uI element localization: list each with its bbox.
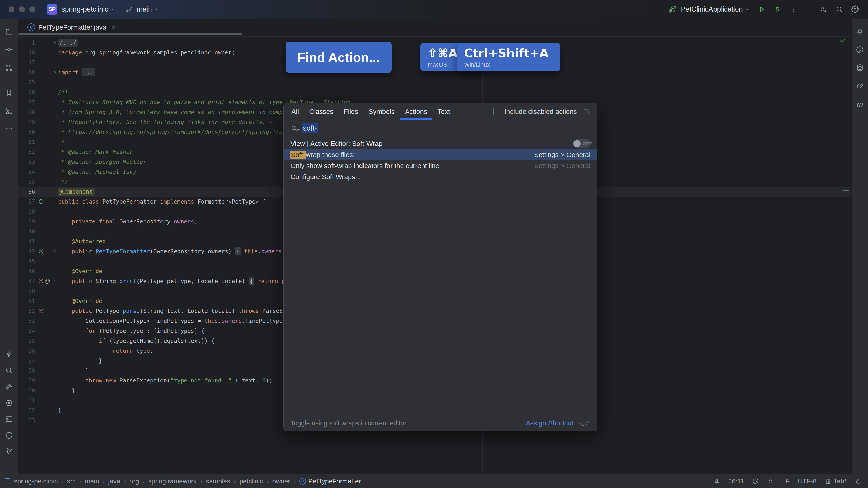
- highlight-droplet-widget[interactable]: [767, 478, 774, 485]
- code-line[interactable]: 25: [18, 77, 851, 87]
- line-number[interactable]: 56: [18, 348, 37, 354]
- line-number[interactable]: 46: [18, 268, 37, 274]
- pull-request-icon[interactable]: [0, 59, 18, 77]
- line-number[interactable]: 31: [18, 139, 37, 145]
- add-user-icon[interactable]: [819, 5, 827, 13]
- line-number[interactable]: 17: [18, 59, 37, 66]
- build-hammer-icon[interactable]: [0, 379, 18, 395]
- breadcrumb-item[interactable]: springframework: [148, 478, 196, 485]
- fold-chevron-icon[interactable]: [52, 248, 58, 254]
- branch-widget[interactable]: main: [125, 5, 159, 13]
- line-number[interactable]: 33: [18, 159, 37, 165]
- override-marker-icon[interactable]: [38, 308, 44, 314]
- problems-icon[interactable]: [0, 427, 18, 444]
- breadcrumb-item[interactable]: java: [108, 478, 120, 485]
- line-number[interactable]: 35: [18, 178, 37, 185]
- line-number[interactable]: 55: [18, 337, 37, 344]
- fold-chevron-icon[interactable]: [52, 278, 58, 284]
- line-number[interactable]: 50: [18, 288, 37, 294]
- folder-icon[interactable]: [0, 23, 18, 41]
- inspections-ok-icon[interactable]: [839, 37, 846, 44]
- code-text[interactable]: * PropertyEditors. See the following lin…: [58, 119, 272, 125]
- spring-bean-icon[interactable]: [38, 248, 44, 254]
- code-text[interactable]: }: [58, 387, 75, 394]
- breadcrumb-item[interactable]: petclinic: [239, 478, 263, 485]
- breadcrumb-item[interactable]: samples: [206, 478, 230, 485]
- services-icon[interactable]: [0, 395, 18, 411]
- database-icon[interactable]: [852, 59, 868, 77]
- code-text[interactable]: if (type.getName().equals(text)) {: [58, 337, 215, 344]
- code-text[interactable]: *: [58, 139, 65, 145]
- debug-icon[interactable]: [774, 5, 781, 13]
- run-configuration[interactable]: PetClinicApplication: [681, 5, 743, 13]
- code-text[interactable]: @Autowired: [58, 238, 106, 245]
- code-text[interactable]: * @author Juergen Hoeller: [58, 159, 147, 165]
- vcs-branch-icon[interactable]: [0, 444, 18, 460]
- line-number[interactable]: 40: [18, 228, 37, 235]
- line-number[interactable]: 58: [18, 367, 37, 374]
- more-horizontal-icon[interactable]: [0, 120, 18, 138]
- structure-icon[interactable]: [0, 102, 18, 120]
- code-text[interactable]: */: [58, 178, 68, 185]
- project-avatar[interactable]: SP: [46, 4, 57, 15]
- popup-search-row[interactable]: ▾ soft-: [284, 120, 597, 136]
- code-text[interactable]: private final OwnerRepository owners;: [58, 218, 197, 225]
- code-text[interactable]: }: [58, 367, 89, 374]
- line-number[interactable]: 36: [18, 188, 37, 195]
- tree-widget[interactable]: [713, 478, 720, 485]
- action-result-row[interactable]: Only show soft-wrap indicators for the c…: [284, 160, 597, 171]
- popup-tab-actions[interactable]: Actions: [405, 103, 427, 120]
- fold-chevron-icon[interactable]: [52, 39, 58, 45]
- code-text[interactable]: /.../: [58, 39, 78, 46]
- popup-tab-classes[interactable]: Classes: [309, 103, 333, 120]
- line-number[interactable]: 25: [18, 79, 37, 86]
- line-number[interactable]: 30: [18, 129, 37, 135]
- line-number[interactable]: 59: [18, 377, 37, 384]
- line-number[interactable]: 45: [18, 258, 37, 265]
- spring-bean-icon[interactable]: [38, 199, 44, 204]
- popup-tab-files[interactable]: Files: [344, 103, 358, 120]
- code-text[interactable]: Collection<PetType> findPetTypes = this.…: [58, 318, 296, 324]
- action-result-row[interactable]: View | Active Editor: Soft-WrapOFF: [284, 138, 597, 149]
- ai-swirl-widget[interactable]: [752, 478, 759, 485]
- notifications-icon[interactable]: [852, 23, 868, 41]
- code-text[interactable]: import ...: [58, 69, 95, 76]
- line-number[interactable]: 63: [18, 417, 37, 424]
- breadcrumb-item[interactable]: org: [129, 478, 139, 485]
- search-input[interactable]: soft-: [302, 124, 318, 132]
- line-number[interactable]: 29: [18, 119, 37, 125]
- code-text[interactable]: * @author Michael Isvy: [58, 168, 136, 175]
- line-number[interactable]: 1: [18, 39, 37, 46]
- action-result-row[interactable]: Configure Soft Wraps...: [284, 171, 597, 182]
- code-text[interactable]: /**: [58, 89, 68, 96]
- code-text[interactable]: @Component: [58, 188, 95, 195]
- code-text[interactable]: public PetType parse(String text, Locale…: [58, 308, 317, 314]
- commit-icon[interactable]: [0, 41, 18, 59]
- code-text[interactable]: for (PetType type : findPetTypes) {: [58, 328, 204, 334]
- line-number[interactable]: 61: [18, 397, 37, 404]
- code-text[interactable]: public PetTypeFormatter(OwnerRepository …: [58, 248, 322, 255]
- line-number[interactable]: 37: [18, 198, 37, 205]
- file-settings-widget[interactable]: Tab*: [825, 478, 847, 485]
- tab-strip-scrollbar[interactable]: [18, 33, 242, 35]
- breadcrumb-item[interactable]: src: [67, 478, 76, 485]
- line-number[interactable]: 57: [18, 357, 37, 364]
- code-text[interactable]: throw new ParseException("type not found…: [58, 377, 272, 384]
- search-icon[interactable]: [835, 5, 843, 13]
- breadcrumb-item-class[interactable]: CPetTypeFormatter: [299, 478, 361, 485]
- window-controls[interactable]: [0, 6, 35, 12]
- include-disabled-checkbox[interactable]: [493, 108, 500, 115]
- line-number[interactable]: 16: [18, 49, 37, 56]
- line-number[interactable]: 54: [18, 328, 37, 334]
- popup-tab-text[interactable]: Text: [438, 103, 450, 120]
- zap-icon[interactable]: [0, 346, 18, 362]
- line-number[interactable]: 52: [18, 308, 37, 314]
- breadcrumb-item[interactable]: main: [85, 478, 99, 485]
- code-line[interactable]: 26/**: [18, 87, 851, 97]
- status-text-widget[interactable]: UTF-8: [798, 478, 816, 485]
- breadcrumb-item[interactable]: owner: [272, 478, 290, 485]
- more-vertical-icon[interactable]: [789, 5, 797, 13]
- line-number[interactable]: 42: [18, 248, 37, 255]
- run-icon[interactable]: [758, 5, 765, 13]
- line-number[interactable]: 62: [18, 407, 37, 414]
